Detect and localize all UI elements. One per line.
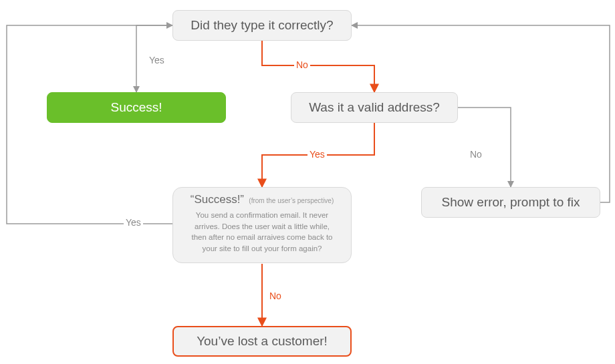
fake-success-heading: “Success!” (191, 193, 244, 206)
connector-lines (0, 0, 615, 364)
node-show-error: Show error, prompt to fix (421, 187, 600, 218)
node-lost-customer: You’ve lost a customer! (172, 326, 352, 357)
node-label: You’ve lost a customer! (197, 334, 328, 349)
edge-q2-yes: Yes (308, 149, 327, 160)
node-typed-correctly: Did they type it correctly? (172, 10, 352, 41)
node-label: Success! (110, 100, 162, 115)
node-success: Success! (47, 92, 226, 123)
node-fake-success: “Success!” (from the user’s perspective)… (172, 187, 352, 263)
edge-fake-yes: Yes (124, 217, 143, 228)
edge-q1-yes: Yes (147, 55, 166, 65)
node-label: Show error, prompt to fix (442, 195, 580, 210)
fake-success-body: You send a confirmation email. It never … (182, 210, 342, 257)
fake-success-sub: (from the user’s perspective) (249, 197, 334, 204)
flowchart: Yes No Yes No Yes No Did they type it co… (0, 0, 615, 364)
edge-q2-no: No (468, 149, 484, 160)
node-valid-address: Was it a valid address? (291, 92, 458, 123)
edge-fake-no: No (267, 291, 283, 301)
edge-q1-no: No (294, 59, 310, 70)
node-label: Was it a valid address? (309, 100, 440, 115)
node-label: Did they type it correctly? (191, 18, 333, 33)
